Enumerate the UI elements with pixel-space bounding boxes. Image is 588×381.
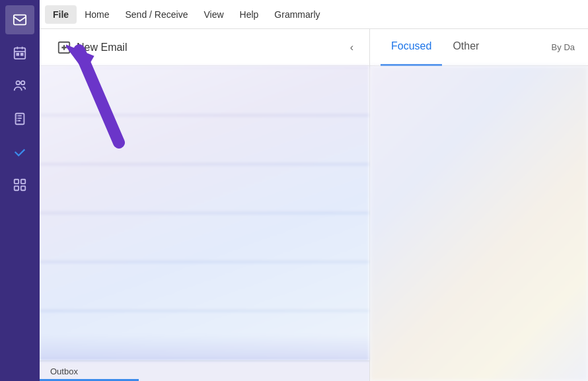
menu-view[interactable]: View [196, 5, 231, 24]
menu-home[interactable]: Home [77, 5, 117, 24]
content-area: New Email ‹ Outbox [40, 29, 588, 381]
sidebar-icon-check[interactable] [5, 137, 34, 166]
tab-other[interactable]: Other [442, 29, 490, 66]
outbox-label: Outbox [50, 366, 78, 376]
svg-rect-3 [21, 53, 23, 55]
new-email-button[interactable]: New Email [50, 36, 133, 59]
by-date-label: By Da [552, 42, 577, 52]
sidebar-icon-tasks[interactable] [5, 104, 34, 133]
email-row-3 [40, 165, 369, 213]
svg-rect-9 [15, 186, 18, 190]
svg-rect-2 [17, 53, 18, 55]
svg-point-5 [21, 81, 25, 85]
sidebar [0, 0, 40, 381]
email-row-4 [40, 214, 369, 261]
collapse-button[interactable]: ‹ [345, 39, 359, 56]
menu-help[interactable]: Help [232, 5, 267, 24]
svg-point-4 [17, 81, 20, 85]
sidebar-icon-calendar[interactable] [5, 38, 34, 67]
tab-focused[interactable]: Focused [381, 29, 442, 66]
email-row-2 [40, 116, 369, 164]
compose-icon [57, 40, 71, 55]
email-row-1 [40, 67, 369, 115]
email-panel: New Email ‹ Outbox [40, 29, 370, 381]
email-row-6 [40, 312, 369, 359]
main-content: File Home Send / Receive View Help Gramm… [40, 0, 588, 381]
new-email-bar: New Email ‹ [40, 29, 369, 66]
collapse-icon: ‹ [350, 42, 353, 53]
svg-rect-10 [21, 186, 25, 190]
sidebar-icon-apps[interactable] [5, 170, 34, 199]
svg-rect-8 [21, 180, 25, 184]
sidebar-icon-mail[interactable] [5, 5, 34, 34]
svg-rect-0 [14, 15, 26, 25]
right-panel: Focused Other By Da [370, 29, 588, 381]
svg-rect-7 [15, 180, 18, 184]
email-row-5 [40, 263, 369, 310]
menu-grammarly[interactable]: Grammarly [266, 5, 328, 24]
menu-file[interactable]: File [45, 5, 77, 24]
menu-send-receive[interactable]: Send / Receive [117, 5, 196, 24]
tabs-bar: Focused Other By Da [370, 29, 588, 66]
email-list-area [40, 66, 369, 361]
right-content [370, 66, 588, 381]
svg-rect-1 [15, 48, 26, 59]
sidebar-icon-people[interactable] [5, 71, 34, 100]
new-email-label: New Email [77, 42, 127, 53]
outbox-bar: Outbox [40, 361, 369, 381]
menubar: File Home Send / Receive View Help Gramm… [40, 0, 588, 29]
